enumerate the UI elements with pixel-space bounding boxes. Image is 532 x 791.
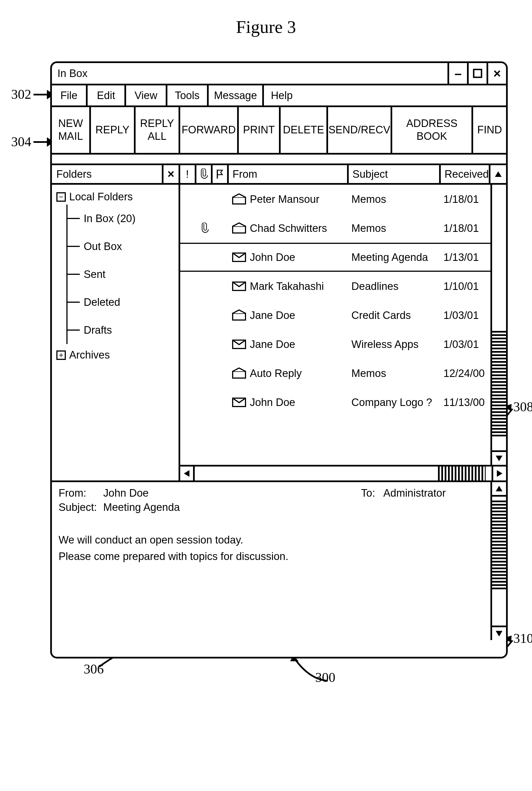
row-from: John Doe bbox=[229, 251, 349, 263]
col-subject[interactable]: Subject bbox=[349, 165, 441, 183]
callout-310: 310 bbox=[513, 630, 532, 646]
flag-icon bbox=[215, 169, 224, 180]
preview-scroll-up-button[interactable] bbox=[492, 482, 506, 497]
row-received: 11/13/00 bbox=[441, 396, 490, 409]
row-from: Chad Schwitters bbox=[229, 222, 349, 234]
message-row[interactable]: John DoeMeeting Agenda1/13/01 bbox=[180, 243, 490, 272]
message-list-header: ! From Subject Received bbox=[180, 165, 506, 185]
tool-forward[interactable]: FORWARD bbox=[180, 107, 239, 153]
menu-file[interactable]: File bbox=[52, 86, 88, 106]
folder-drafts[interactable]: Drafts bbox=[68, 316, 174, 344]
folder-outbox[interactable]: Out Box bbox=[68, 232, 174, 260]
menu-message[interactable]: Message bbox=[209, 86, 264, 106]
menu-view[interactable]: View bbox=[126, 86, 167, 106]
tree-root-local-folders[interactable]: − Local Folders bbox=[56, 191, 174, 203]
svg-rect-10 bbox=[233, 226, 246, 233]
message-row[interactable]: Auto ReplyMemos12/24/00 bbox=[180, 359, 490, 388]
envelope-icon bbox=[231, 251, 247, 263]
tool-print[interactable]: PRINT bbox=[239, 107, 281, 153]
menu-edit[interactable]: Edit bbox=[88, 86, 126, 106]
folders-header-label: Folders bbox=[56, 168, 92, 180]
preview-subject-label: Subject: bbox=[59, 502, 103, 513]
spacer bbox=[52, 155, 506, 165]
envelope-icon bbox=[231, 280, 247, 292]
row-received: 12/24/00 bbox=[441, 368, 490, 379]
tool-reply-all[interactable]: REPLY ALL bbox=[136, 107, 180, 153]
minimize-button[interactable]: – bbox=[448, 63, 467, 84]
collapse-icon[interactable]: − bbox=[56, 192, 66, 202]
folder-deleted[interactable]: Deleted bbox=[68, 288, 174, 316]
svg-rect-6 bbox=[474, 70, 481, 77]
message-row[interactable]: Jane DoeCredit Cards1/03/01 bbox=[180, 301, 490, 330]
preview-scroll-down-button[interactable] bbox=[492, 625, 506, 640]
folders-pane: Folders × − Local Folders In Box (20) Ou… bbox=[52, 165, 180, 481]
row-received: 1/03/01 bbox=[441, 338, 490, 351]
folders-header: Folders × bbox=[52, 165, 178, 185]
folder-inbox[interactable]: In Box (20) bbox=[68, 205, 174, 232]
preview-vscroll-track[interactable] bbox=[492, 497, 506, 625]
folders-close-button[interactable]: × bbox=[162, 165, 178, 183]
preview-vscrollbar[interactable] bbox=[490, 482, 506, 640]
tool-find[interactable]: FIND bbox=[473, 107, 506, 153]
vscroll-thumb[interactable] bbox=[492, 331, 506, 437]
message-list: Peter MansourMemos1/18/01Chad Schwitters… bbox=[180, 185, 506, 465]
row-from: Peter Mansour bbox=[229, 193, 349, 205]
scroll-down-button[interactable] bbox=[492, 450, 506, 465]
col-flag[interactable] bbox=[213, 165, 229, 183]
msg-vscrollbar[interactable] bbox=[490, 185, 506, 465]
col-received[interactable]: Received bbox=[441, 165, 490, 183]
preview-from: John Doe bbox=[103, 487, 149, 499]
expand-icon[interactable]: + bbox=[56, 351, 66, 360]
hscroll-thumb[interactable] bbox=[438, 467, 486, 481]
hscroll-track[interactable] bbox=[195, 467, 492, 481]
tree-root-archives[interactable]: + Archives bbox=[56, 349, 174, 361]
row-from: Jane Doe bbox=[229, 338, 349, 351]
tree-root-label: Local Folders bbox=[69, 191, 133, 203]
tool-address-book[interactable]: ADDRESS BOOK bbox=[392, 107, 473, 153]
message-pane: ! From Subject Received Peter MansourMem… bbox=[180, 165, 506, 481]
message-row[interactable]: Jane DoeWireless Apps1/03/01 bbox=[180, 330, 490, 359]
envelope-icon bbox=[231, 368, 247, 379]
tool-new-mail[interactable]: NEW MAIL bbox=[52, 107, 91, 153]
paperclip-icon bbox=[200, 223, 209, 234]
svg-rect-9 bbox=[233, 197, 246, 204]
close-button[interactable]: × bbox=[487, 63, 506, 84]
row-subject: Memos bbox=[349, 193, 441, 205]
row-subject: Memos bbox=[349, 368, 441, 379]
tool-reply[interactable]: REPLY bbox=[91, 107, 136, 153]
svg-marker-21 bbox=[496, 631, 502, 636]
message-row[interactable]: John DoeCompany Logo ?11/13/00 bbox=[180, 388, 490, 417]
scroll-up-button[interactable] bbox=[490, 165, 506, 183]
row-subject: Meeting Agenda bbox=[349, 251, 441, 263]
toolbar: NEW MAIL REPLY REPLY ALL FORWARD PRINT D… bbox=[52, 107, 506, 155]
hscroll-right-button[interactable] bbox=[492, 467, 506, 481]
folder-sent[interactable]: Sent bbox=[68, 260, 174, 288]
message-row[interactable]: Chad SchwittersMemos1/18/01 bbox=[180, 214, 490, 243]
message-row[interactable]: Peter MansourMemos1/18/01 bbox=[180, 185, 490, 214]
preview-vscroll-thumb[interactable] bbox=[492, 501, 506, 591]
menu-tools[interactable]: Tools bbox=[167, 86, 209, 106]
svg-marker-17 bbox=[496, 456, 502, 461]
col-attachment[interactable] bbox=[196, 165, 213, 183]
hscroll-left-button[interactable] bbox=[180, 467, 195, 481]
row-subject: Credit Cards bbox=[349, 309, 441, 321]
row-received: 1/13/01 bbox=[441, 251, 490, 263]
tool-delete[interactable]: DELETE bbox=[281, 107, 328, 153]
preview-pane: From: John Doe To: Administrator Subject… bbox=[52, 481, 506, 640]
callout-308: 308 bbox=[513, 399, 532, 414]
svg-rect-13 bbox=[233, 313, 246, 320]
titlebar: In Box – × bbox=[52, 63, 506, 86]
msg-hscrollbar[interactable] bbox=[180, 465, 506, 481]
menu-help[interactable]: Help bbox=[264, 86, 300, 106]
svg-marker-18 bbox=[184, 470, 189, 477]
tool-send-recv[interactable]: SEND/RECV bbox=[328, 107, 392, 153]
workspace: Folders × − Local Folders In Box (20) Ou… bbox=[52, 165, 506, 481]
message-row[interactable]: Mark TakahashiDeadlines1/10/01 bbox=[180, 272, 490, 301]
preview-from-label: From: bbox=[59, 487, 103, 499]
svg-rect-15 bbox=[233, 371, 246, 378]
col-from[interactable]: From bbox=[229, 165, 349, 183]
row-received: 1/10/01 bbox=[441, 280, 490, 293]
maximize-button[interactable] bbox=[467, 63, 487, 84]
col-importance[interactable]: ! bbox=[180, 165, 196, 183]
vscroll-track[interactable] bbox=[492, 185, 506, 450]
